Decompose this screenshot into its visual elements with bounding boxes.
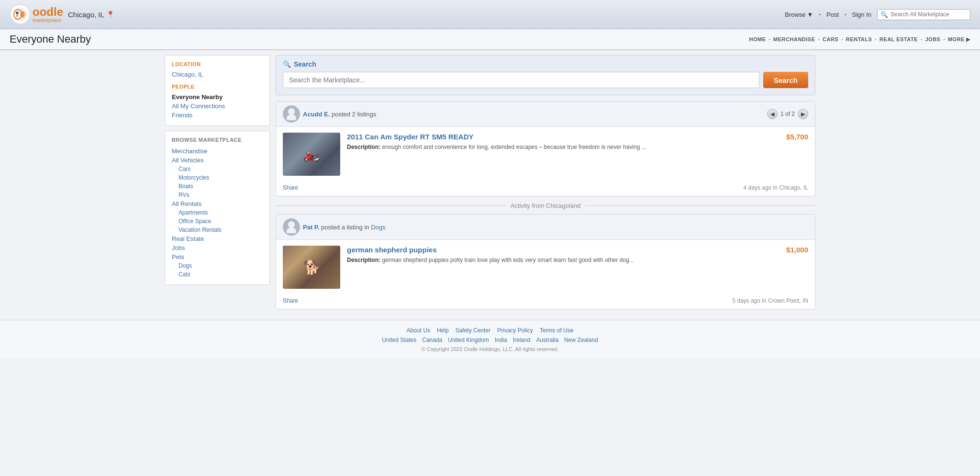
nav-dot-2: •: [845, 12, 846, 17]
browse-marketplace-label: BROWSE MARKETPLACE: [172, 137, 263, 143]
sidebar-item-jobs[interactable]: Jobs: [172, 243, 263, 252]
search-icon: 🔍: [880, 11, 888, 18]
logo[interactable]: oodle marketplace: [10, 4, 63, 25]
header-search-box[interactable]: 🔍: [877, 9, 970, 20]
location-text: Chicago, IL: [68, 11, 104, 19]
poster-info-1: Acudd E. posted 2 listings: [283, 105, 376, 123]
pagination-1: ◀ 1 of 2 ▶: [767, 109, 808, 119]
listing-title-2[interactable]: german shepherd puppies: [347, 246, 437, 254]
listing-body-2: 🐕 german shepherd puppies $1,000 Descrip…: [276, 240, 815, 295]
nav-more[interactable]: MORE ▶: [948, 36, 970, 43]
footer-copyright: © Copyright 2022 Oodle Holdings, LLC. Al…: [10, 346, 970, 352]
dog-image: 🐕: [283, 246, 340, 289]
footer-country-au[interactable]: Australia: [536, 337, 558, 343]
sub-header: Everyone Nearby HOME • MERCHANDISE • CAR…: [0, 29, 980, 50]
poster-category-2[interactable]: Dogs: [371, 224, 385, 231]
poster-info-2: Pat P. posted a listing in Dogs: [283, 218, 386, 236]
listing-image-1[interactable]: 🏍️: [283, 133, 340, 176]
share-link-1[interactable]: Share: [283, 184, 298, 191]
footer-country-ca[interactable]: Canada: [422, 337, 442, 343]
marketplace-search-input[interactable]: [283, 72, 759, 88]
browse-nav[interactable]: Browse ▼: [785, 11, 813, 18]
footer-help[interactable]: Help: [437, 327, 449, 334]
footer-about[interactable]: About Us: [407, 327, 430, 334]
poster-action-2: posted a listing in: [321, 224, 371, 231]
prev-page-btn[interactable]: ◀: [767, 109, 778, 119]
listing-details-2: german shepherd puppies $1,000 Descripti…: [347, 246, 808, 264]
listing-price-2: $1,000: [786, 246, 808, 254]
share-link-2[interactable]: Share: [283, 297, 298, 304]
post-link[interactable]: Post: [826, 11, 839, 18]
divider-line-left: [276, 205, 506, 206]
footer-country-nz[interactable]: New Zealand: [564, 337, 598, 343]
nav-home[interactable]: HOME: [749, 36, 766, 42]
listing-card-2: Pat P. posted a listing in Dogs 🐕 german…: [276, 214, 815, 309]
listing-time-2: 5 days ago in Crown Point, IN: [732, 297, 808, 304]
sidebar-item-pets[interactable]: Pets: [172, 252, 263, 261]
sidebar-item-real-estate[interactable]: Real Estate: [172, 234, 263, 243]
logo-marketplace: marketplace: [33, 18, 63, 23]
header: oodle marketplace Chicago, IL 📍 Browse ▼…: [0, 0, 980, 29]
next-page-btn[interactable]: ▶: [798, 109, 808, 119]
header-left: oodle marketplace Chicago, IL 📍: [10, 4, 114, 25]
nav-merchandise[interactable]: MERCHANDISE: [773, 36, 815, 42]
sidebar-item-rvs[interactable]: RVs: [172, 191, 263, 199]
footer-privacy[interactable]: Privacy Policy: [497, 327, 533, 334]
poster-name-2[interactable]: Pat P.: [303, 224, 319, 231]
listing-footer-2: Share 5 days ago in Crown Point, IN: [276, 295, 815, 309]
listing-image-2[interactable]: 🐕: [283, 246, 340, 289]
svg-point-9: [287, 227, 296, 233]
search-button[interactable]: Search: [763, 72, 808, 88]
footer-safety[interactable]: Safety Center: [456, 327, 490, 334]
listing-title-1[interactable]: 2011 Can Am Spyder RT SM5 READY: [347, 133, 474, 141]
search-panel-title: 🔍 Search: [283, 60, 808, 68]
footer-country-ie[interactable]: Ireland: [513, 337, 531, 343]
sidebar-item-apartments[interactable]: Apartments: [172, 208, 263, 217]
svg-point-6: [288, 108, 295, 115]
sidebar-item-everyone-nearby[interactable]: Everyone Nearby: [172, 92, 263, 102]
sidebar-item-boats[interactable]: Boats: [172, 182, 263, 191]
avatar-1: [283, 105, 300, 123]
sidebar-item-vacation-rentals[interactable]: Vacation Rentals: [172, 226, 263, 234]
nav-dot: •: [769, 37, 771, 42]
nav-dot: •: [875, 37, 877, 42]
sidebar-item-cars[interactable]: Cars: [172, 165, 263, 173]
footer-terms[interactable]: Terms of Use: [540, 327, 574, 334]
chevron-down-icon: ▼: [807, 11, 813, 18]
nav-cars[interactable]: CARS: [823, 36, 838, 42]
sidebar-item-cats[interactable]: Cats: [172, 270, 263, 279]
header-search-input[interactable]: [891, 11, 967, 18]
page-indicator: 1 of 2: [780, 111, 795, 117]
svg-point-7: [287, 114, 296, 120]
nav-jobs[interactable]: JOBS: [925, 36, 940, 42]
nav-rentals[interactable]: RENTALS: [846, 36, 872, 42]
sidebar-item-friends[interactable]: Friends: [172, 111, 263, 120]
listing-card-1: Acudd E. posted 2 listings ◀ 1 of 2 ▶ 🏍️…: [276, 101, 815, 196]
svg-point-5: [16, 15, 18, 17]
logo-icon: [10, 4, 31, 25]
footer-country-us[interactable]: United States: [382, 337, 416, 343]
nav-dot: •: [841, 37, 843, 42]
listing-header-2: Pat P. posted a listing in Dogs: [276, 215, 815, 240]
nav-real-estate[interactable]: REAL ESTATE: [880, 36, 918, 42]
sidebar-item-office-space[interactable]: Office Space: [172, 217, 263, 226]
search-icon: 🔍: [283, 60, 291, 68]
svg-point-8: [288, 221, 295, 228]
sidebar-item-all-rentals[interactable]: All Rentals: [172, 199, 263, 208]
location-display[interactable]: Chicago, IL 📍: [68, 11, 114, 19]
sidebar-item-all-my-connections[interactable]: All My Connections: [172, 102, 263, 111]
footer-country-in[interactable]: India: [495, 337, 507, 343]
divider-text: Activity from Chicagoland: [511, 202, 581, 209]
browse-label: Browse: [785, 11, 805, 18]
people-label: PEOPLE: [172, 84, 263, 90]
footer-country-uk[interactable]: United Kingdom: [448, 337, 489, 343]
listing-body-1: 🏍️ 2011 Can Am Spyder RT SM5 READY $5,70…: [276, 127, 815, 181]
poster-name-1[interactable]: Acudd E.: [303, 111, 330, 118]
signin-link[interactable]: Sign In: [852, 11, 871, 18]
sidebar-item-motorcycles[interactable]: Motorcycles: [172, 173, 263, 182]
nav-dot: •: [943, 37, 945, 42]
sidebar-item-dogs[interactable]: Dogs: [172, 261, 263, 270]
sidebar-item-merchandise[interactable]: Merchandise: [172, 147, 263, 156]
sidebar-item-all-vehicles[interactable]: All Vehicles: [172, 156, 263, 165]
sidebar-location-value[interactable]: Chicago, IL: [172, 70, 263, 79]
